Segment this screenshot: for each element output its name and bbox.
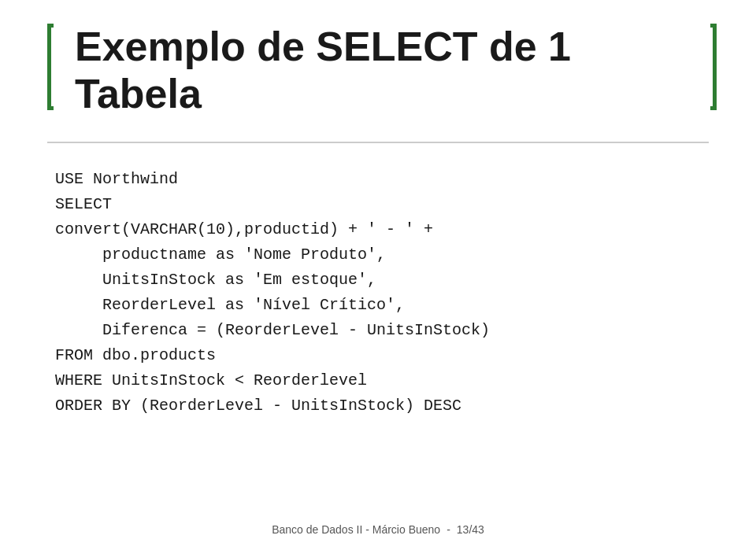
slide-container: Exemplo de SELECT de 1 Tabela USE Northw… — [0, 0, 756, 550]
code-line-10: ORDER BY (ReorderLevel - UnitsInStock) D… — [55, 393, 709, 419]
footer-separator: - — [447, 523, 450, 536]
slide-number: 13/43 — [457, 523, 484, 536]
code-line-2: SELECT — [55, 192, 709, 217]
code-block: USE Northwind SELECT convert(VARCHAR(10)… — [47, 167, 709, 419]
bracket-left-decoration — [47, 24, 54, 110]
code-line-9: WHERE UnitsInStock < Reorderlevel — [55, 368, 709, 393]
footer-course: Banco de Dados II - Márcio Bueno — [272, 523, 440, 536]
title-line1: Exemplo de SELECT de 1 — [75, 24, 571, 69]
code-line-6: ReorderLevel as 'Nível Crítico', — [55, 293, 709, 318]
code-line-7: Diferenca = (ReorderLevel - UnitsInStock… — [55, 318, 709, 343]
code-line-8: FROM dbo.products — [55, 343, 709, 368]
code-line-4: productname as 'Nome Produto', — [55, 242, 709, 268]
footer: Banco de Dados II - Márcio Bueno - 13/43 — [0, 523, 756, 536]
title-area: Exemplo de SELECT de 1 Tabela — [47, 24, 709, 118]
divider — [47, 142, 709, 143]
slide-title: Exemplo de SELECT de 1 Tabela — [63, 24, 709, 118]
code-line-3: convert(VARCHAR(10),productid) + ' - ' + — [55, 217, 709, 242]
code-line-5: UnitsInStock as 'Em estoque', — [55, 268, 709, 293]
title-line2: Tabela — [75, 71, 202, 116]
bracket-right-decoration — [710, 24, 717, 110]
code-line-1: USE Northwind — [55, 167, 709, 192]
